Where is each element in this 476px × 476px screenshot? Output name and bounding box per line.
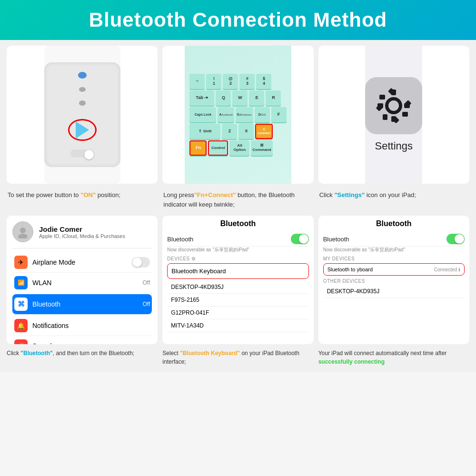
device-item-2[interactable]: F97S-2165 — [167, 294, 308, 307]
settings-item-wlan[interactable]: 📶 WLAN Off — [12, 273, 152, 293]
panel-bluetooth-connected: Bluetooth Bluetooth Now discoverable as … — [318, 216, 469, 344]
svg-point-14 — [20, 228, 26, 233]
settings-user-section: Jodie Comer Apple ID, iCloud, Media & Pu… — [12, 221, 152, 248]
main-content: ~ !1 @2 #3 $4 Tab ⇥ Q W E R — [0, 40, 476, 372]
connected-status: Connected ℹ — [434, 267, 460, 272]
connected-device-box: Sluetooth to yboard Connected ℹ — [323, 263, 465, 276]
panel-bluetooth-devices: Bluetooth Bluetooth Now discoverable as … — [162, 216, 313, 344]
settings-image-area: Settings — [318, 46, 469, 184]
airplane-toggle[interactable] — [132, 257, 150, 268]
key-r: R — [266, 90, 281, 106]
bluetooth-label-2: Bluetooth — [167, 236, 193, 243]
wlan-value: Off — [143, 279, 150, 286]
key-a: AAndroid — [218, 107, 234, 122]
panel-keyboard: ~ !1 @2 #3 $4 Tab ⇥ Q W E R — [162, 46, 313, 184]
power-image-area — [7, 46, 158, 184]
settings-item-bluetooth-active[interactable]: ⌘ Bluetooth Off — [12, 294, 152, 315]
key-alt: AltOption — [229, 140, 249, 156]
key-tilde: ~ — [189, 74, 205, 89]
bluetooth-label: Bluetooth — [32, 300, 138, 308]
bluetooth-toggle-knob — [299, 234, 308, 244]
user-name: Jodie Comer — [39, 225, 125, 233]
power-toggle-knob — [84, 150, 94, 159]
panel-ipad-settings: Jodie Comer Apple ID, iCloud, Media & Pu… — [7, 216, 158, 344]
success-connect-highlight: successfully connecting — [318, 358, 385, 365]
desc-step1: To set the power button to "ON" position… — [7, 188, 158, 211]
bluetooth-connected-toggle[interactable] — [446, 234, 465, 244]
power-toggle-switch — [70, 149, 94, 158]
bluetooth-click-highlight: "Bluetooth" — [20, 350, 52, 357]
my-devices-header: MY DEVICES — [323, 256, 465, 261]
desc-step3: Click "Settings" icon on your iPad; — [318, 188, 469, 211]
bluetooth-connected-title: Bluetooth — [323, 219, 465, 228]
fn-connect-highlight: "Fn+Connect" — [194, 191, 236, 198]
bt-keyboard-highlight: "Bluetooth Keyboard" — [180, 350, 240, 357]
top-panels-row: ~ !1 @2 #3 $4 Tab ⇥ Q W E R — [7, 46, 469, 184]
key-2: @2 — [223, 74, 238, 89]
power-arrow-icon — [76, 121, 89, 139]
settings-item-sounds[interactable]: 🔊 Sounds — [12, 336, 152, 344]
power-device-illustration — [44, 46, 120, 184]
bluetooth-connected-toggle-knob — [455, 234, 464, 244]
user-info: Jodie Comer Apple ID, iCloud, Media & Pu… — [39, 225, 125, 239]
notifications-label: Notifications — [32, 322, 150, 329]
svg-point-15 — [18, 234, 28, 238]
bluetooth-sub-discoverable: Now discoverable as "乐享贸易的iPad" — [167, 247, 308, 253]
power-dot-gray-2 — [79, 100, 86, 106]
keyboard-device-name: Bluetooth Keyboard — [171, 268, 226, 275]
connected-status-text: Connected — [434, 267, 457, 272]
key-command: ⌘Command — [251, 140, 272, 156]
user-avatar — [12, 221, 33, 242]
device-item-4[interactable]: MITV-1A34D — [167, 319, 308, 332]
settings-item-notifications[interactable]: 🔔 Notifications — [12, 316, 152, 336]
top-desc-row: To set the power button to "ON" position… — [7, 188, 469, 211]
panel-power — [7, 46, 158, 184]
wlan-icon: 📶 — [14, 276, 28, 289]
key-row-5: Fn Control AltOption ⌘Command — [189, 140, 286, 156]
bluetooth-connected-toggle-row: Bluetooth — [323, 232, 465, 247]
key-control: Control — [208, 140, 228, 156]
bottom-desc-row: Click "Bluetooth", and then turn on the … — [7, 349, 469, 366]
panel-settings: Settings — [318, 46, 469, 184]
key-c-connect: Cconnect — [255, 124, 273, 139]
bottom-panels-row: Jodie Comer Apple ID, iCloud, Media & Pu… — [7, 216, 469, 344]
bottom-desc-step6: Your iPad will connect automatically nex… — [318, 349, 469, 366]
key-d: DIOS — [255, 107, 270, 122]
wlan-label: WLAN — [32, 279, 138, 287]
key-f: F — [271, 107, 287, 122]
power-device-body — [44, 62, 120, 167]
keyboard-illustration: ~ !1 @2 #3 $4 Tab ⇥ Q W E R — [185, 46, 291, 184]
key-tab: Tab ⇥ — [189, 90, 214, 106]
sounds-icon: 🔊 — [14, 339, 28, 344]
svg-rect-12 — [379, 95, 385, 99]
ipad-settings-content: Jodie Comer Apple ID, iCloud, Media & Pu… — [7, 216, 158, 344]
device-item-1[interactable]: DESKTOP-4KD935J — [167, 281, 308, 294]
key-x: X — [238, 124, 254, 139]
key-w: W — [232, 90, 248, 106]
key-row-1: ~ !1 @2 #3 $4 — [189, 74, 286, 89]
key-4: $4 — [256, 74, 271, 89]
bluetooth-connected-screen: Bluetooth Bluetooth Now discoverable as … — [318, 216, 469, 344]
bottom-desc-step5: Select "Bluetooth Keyboard" on your iPad… — [162, 349, 313, 366]
bluetooth-connected-sub: Now discoverable as "乐享贸易的iPad" — [323, 247, 465, 253]
svg-rect-10 — [383, 114, 387, 120]
key-3: #3 — [239, 74, 255, 89]
other-device-item[interactable]: DESKTOP-4KD935J — [323, 285, 465, 298]
on-highlight: "ON" — [80, 191, 96, 198]
devices-section-header: DEVICES ⚙ — [167, 256, 308, 261]
settings-illustration: Settings — [365, 46, 422, 184]
airplane-toggle-knob — [132, 258, 142, 267]
bluetooth-active-icon: ⌘ — [14, 298, 28, 311]
bluetooth-keyboard-device[interactable]: Bluetooth Keyboard — [167, 263, 308, 279]
key-e: E — [249, 90, 264, 106]
sounds-label: Sounds — [32, 342, 150, 344]
key-row-3: Caps Lock AAndroid SWindows DIOS F — [189, 107, 286, 122]
device-item-3[interactable]: G12PRO-041F — [167, 307, 308, 319]
key-row-4: ⇧ Shift Z X Cconnect — [189, 124, 286, 139]
bluetooth-toggle-on[interactable] — [291, 234, 309, 244]
airplane-mode-label: Airplane Mode — [32, 258, 127, 266]
settings-item-airplane[interactable]: ✈ Airplane Mode — [12, 252, 152, 273]
bottom-desc-step4: Click "Bluetooth", and then turn on the … — [7, 349, 158, 366]
settings-highlight: "Settings" — [334, 191, 365, 198]
bluetooth-screen-title: Bluetooth — [167, 219, 308, 228]
